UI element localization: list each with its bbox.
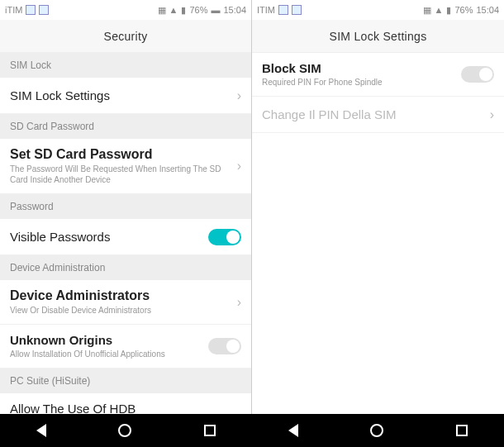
section-pc-suite: PC Suite (HiSuite)	[0, 369, 251, 393]
row-unknown-origins[interactable]: Unknown Origins Allow Installation Of Un…	[0, 325, 251, 369]
signal-icon: ▮	[181, 5, 186, 16]
nfc-icon: ▦	[423, 5, 431, 16]
chevron-right-icon: ›	[231, 159, 241, 174]
row-subtitle: The Password Will Be Requested When Inse…	[10, 164, 231, 185]
status-app-icon	[292, 5, 302, 15]
home-button[interactable]	[370, 424, 383, 437]
home-icon	[370, 424, 383, 437]
toggle-unknown-origins[interactable]	[208, 338, 241, 354]
row-block-sim[interactable]: Block SIM Required PIN For Phone Spindle	[252, 53, 504, 97]
row-subtitle: Allow Installation Of Unofficial Applica…	[10, 349, 202, 359]
carrier-label: ITIM	[257, 5, 275, 15]
row-title: SIM Lock Settings	[10, 88, 231, 102]
back-icon	[288, 424, 298, 437]
recents-icon	[204, 425, 216, 436]
back-button[interactable]	[36, 424, 46, 437]
chevron-right-icon: ›	[231, 295, 241, 310]
nfc-icon: ▦	[158, 5, 166, 16]
status-app-icon	[278, 5, 288, 15]
clock-label: 15:04	[476, 5, 499, 15]
section-device-admin: Device Administration	[0, 255, 251, 280]
page-title-text: SIM Lock Settings	[330, 30, 427, 43]
row-title: Block SIM	[262, 61, 454, 75]
recents-button[interactable]	[456, 425, 468, 436]
battery-icon: ▬	[211, 5, 220, 15]
wifi-icon: ▲	[169, 5, 178, 15]
recents-icon	[456, 425, 468, 436]
carrier-label: iTIM	[5, 5, 22, 15]
row-subtitle: Required PIN For Phone Spindle	[262, 77, 454, 88]
page-title: SIM Lock Settings	[252, 20, 504, 53]
status-app-icon	[39, 5, 49, 15]
status-bar-right: ITIM ▦ ▲ ▮ 76% 15:04	[252, 0, 504, 20]
row-sim-lock-settings[interactable]: SIM Lock Settings ›	[0, 78, 251, 114]
pane-sim-lock-settings: ITIM ▦ ▲ ▮ 76% 15:04 SIM Lock Settings B…	[252, 0, 504, 414]
row-visible-passwords[interactable]: Visible Passwords	[0, 219, 251, 255]
android-navbar	[0, 414, 504, 447]
toggle-visible-passwords[interactable]	[208, 229, 241, 245]
row-subtitle: View Or Disable Device Administrators	[10, 305, 231, 316]
row-title: Visible Passwords	[10, 230, 202, 244]
row-change-sim-pin: Change Il PIN Della SIM ›	[252, 97, 504, 133]
row-device-administrators[interactable]: Device Administrators View Or Disable De…	[0, 280, 251, 325]
settings-list[interactable]: SIM Lock SIM Lock Settings › SD Card Pas…	[0, 53, 251, 414]
battery-label: 76%	[454, 5, 473, 15]
chevron-right-icon: ›	[231, 88, 241, 103]
section-sd-card: SD Card Password	[0, 114, 251, 139]
home-icon	[118, 424, 131, 437]
recents-button[interactable]	[204, 425, 216, 436]
home-button[interactable]	[118, 424, 131, 437]
row-allow-hdb[interactable]: Allow The Use Of HDB Through HDB And You…	[0, 393, 251, 414]
row-title: Allow The Use Of HDB	[10, 402, 202, 414]
status-app-icon	[26, 5, 36, 15]
row-title: Set SD Card Password	[10, 147, 231, 162]
wifi-icon: ▲	[435, 5, 444, 15]
clock-label: 15:04	[223, 5, 246, 15]
toggle-block-sim[interactable]	[461, 66, 494, 83]
page-title-text: Security	[104, 30, 148, 43]
chevron-right-icon: ›	[483, 107, 494, 122]
row-title: Change Il PIN Della SIM	[262, 107, 483, 121]
row-title: Unknown Origins	[10, 333, 202, 347]
section-sim-lock: SIM Lock	[0, 53, 251, 78]
status-bar-left: iTIM ▦ ▲ ▮ 76% ▬ 15:04	[0, 0, 251, 20]
section-password: Password	[0, 194, 251, 219]
back-button[interactable]	[288, 424, 298, 437]
dual-pane: iTIM ▦ ▲ ▮ 76% ▬ 15:04 Security SIM Lock…	[0, 0, 504, 414]
settings-list[interactable]: Block SIM Required PIN For Phone Spindle…	[252, 53, 504, 414]
pane-security: iTIM ▦ ▲ ▮ 76% ▬ 15:04 Security SIM Lock…	[0, 0, 252, 414]
row-set-sd-password[interactable]: Set SD Card Password The Password Will B…	[0, 139, 251, 194]
battery-label: 76%	[189, 5, 207, 15]
row-title: Device Administrators	[10, 288, 231, 303]
page-title: Security	[0, 20, 251, 53]
back-icon	[36, 424, 46, 437]
signal-icon: ▮	[446, 5, 451, 16]
